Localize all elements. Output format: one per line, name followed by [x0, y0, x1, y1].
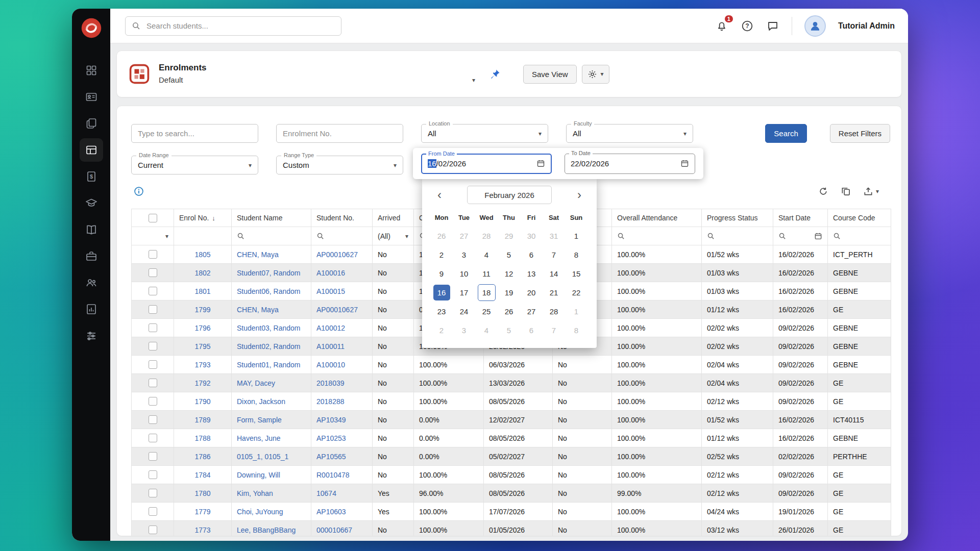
save-view-button[interactable]: Save View — [523, 65, 577, 84]
calendar-day[interactable]: 7 — [543, 245, 565, 264]
enrol_no-link[interactable]: 1799 — [194, 306, 210, 314]
calendar-day[interactable]: 23 — [430, 302, 453, 321]
view-selector[interactable]: Default ▾ — [159, 76, 475, 85]
calendar-day[interactable]: 13 — [520, 264, 543, 283]
search-icon[interactable] — [778, 232, 786, 240]
calendar-day[interactable]: 8 — [565, 245, 587, 264]
filter-cell-course_code[interactable] — [828, 227, 891, 245]
student_name-link[interactable]: Dixon, Jackson — [237, 397, 285, 406]
row-checkbox[interactable] — [149, 250, 157, 259]
search-button[interactable]: Search — [765, 124, 807, 143]
calendar-day[interactable]: 14 — [543, 264, 565, 283]
calendar-day[interactable]: 9 — [430, 264, 453, 283]
app-logo[interactable] — [80, 17, 103, 39]
row-checkbox[interactable] — [149, 507, 157, 516]
sidebar-item-academics[interactable] — [80, 191, 103, 215]
sidebar-item-enrolments[interactable] — [80, 138, 103, 162]
column-header-overall_attendance[interactable]: Overall Attendance — [612, 209, 702, 227]
calendar-day[interactable]: 3 — [453, 321, 475, 340]
calendar-day[interactable]: 25 — [475, 302, 498, 321]
student_name-link[interactable]: Downing, Will — [237, 471, 280, 479]
location-select[interactable]: Location All ▾ — [421, 124, 548, 143]
student_no-link[interactable]: R0010478 — [316, 471, 350, 479]
select-all-checkbox[interactable] — [149, 214, 157, 222]
sidebar-item-documents[interactable] — [80, 112, 103, 135]
enrolment-no-input[interactable] — [276, 124, 403, 143]
column-header-enrol_no[interactable]: Enrol No.↓ — [174, 209, 232, 227]
student_name-link[interactable]: Student03, Random — [237, 324, 301, 332]
calendar-day[interactable]: 6 — [520, 245, 543, 264]
row-checkbox[interactable] — [149, 268, 157, 277]
enrol_no-link[interactable]: 1784 — [194, 471, 210, 479]
search-icon[interactable] — [707, 232, 715, 240]
student_name-link[interactable]: Student01, Random — [237, 361, 301, 369]
search-icon[interactable] — [237, 232, 244, 240]
row-checkbox[interactable] — [149, 305, 157, 314]
calendar-day[interactable]: 15 — [565, 264, 587, 283]
row-checkbox[interactable] — [149, 287, 157, 295]
calendar-next-button[interactable]: › — [570, 186, 589, 204]
column-header-student_no[interactable]: Student No. — [311, 209, 373, 227]
sidebar-item-settings[interactable] — [80, 324, 103, 347]
student_name-link[interactable]: Havens, June — [237, 434, 281, 442]
calendar-day[interactable]: 12 — [498, 264, 520, 283]
enrol_no-link[interactable]: 1789 — [194, 416, 210, 424]
range-type-select[interactable]: Range Type Custom ▾ — [276, 156, 403, 174]
student_no-link[interactable]: A100011 — [316, 342, 345, 350]
calendar-day[interactable]: 2 — [430, 245, 453, 264]
student_name-link[interactable]: Choi, JuYoung — [237, 508, 283, 516]
calendar-day[interactable]: 26 — [498, 302, 520, 321]
search-icon[interactable] — [833, 232, 841, 240]
student_no-link[interactable]: AP00010627 — [316, 306, 358, 314]
filter-cell-overall_attendance[interactable] — [612, 227, 702, 245]
student_name-link[interactable]: Lee, BBangBBang — [237, 526, 296, 534]
student_no-link[interactable]: A100015 — [316, 287, 345, 295]
student_no-link[interactable]: AP10603 — [316, 508, 346, 516]
row-checkbox[interactable] — [149, 452, 157, 461]
calendar-day[interactable]: 21 — [543, 283, 565, 302]
enrol_no-link[interactable]: 1796 — [194, 324, 210, 332]
calendar-prev-button[interactable]: ‹ — [430, 186, 449, 204]
student_name-link[interactable]: Student07, Random — [237, 269, 301, 277]
student_name-link[interactable]: CHEN, Maya — [237, 251, 279, 259]
enrol_no-link[interactable]: 1780 — [194, 489, 210, 497]
calendar-day[interactable]: 27 — [520, 302, 543, 321]
student_name-link[interactable]: MAY, Dacey — [237, 379, 275, 387]
to-date-field[interactable]: To Date 22/02/2026 — [565, 154, 695, 174]
calendar-day[interactable]: 7 — [543, 321, 565, 340]
student_no-link[interactable]: AP10349 — [316, 416, 346, 424]
calendar-day[interactable]: 30 — [520, 227, 543, 245]
calendar-day[interactable]: 19 — [498, 283, 520, 302]
column-header-student_name[interactable]: Student Name — [232, 209, 311, 227]
enrol_no-link[interactable]: 1779 — [194, 508, 210, 516]
date-range-select[interactable]: Date Range Current ▾ — [131, 156, 258, 174]
column-header-check[interactable] — [132, 209, 174, 227]
row-checkbox[interactable] — [149, 525, 157, 534]
calendar-day[interactable]: 22 — [565, 283, 587, 302]
export-button[interactable]: ▾ — [863, 186, 879, 196]
column-header-arrived[interactable]: Arrived — [373, 209, 414, 227]
sidebar-item-community[interactable] — [80, 271, 103, 294]
enrol_no-link[interactable]: 1786 — [194, 453, 210, 461]
enrol_no-link[interactable]: 1793 — [194, 361, 210, 369]
pin-icon[interactable] — [489, 68, 501, 80]
column-header-course_code[interactable]: Course Code — [828, 209, 891, 227]
enrol_no-link[interactable]: 1802 — [194, 269, 210, 277]
row-checkbox[interactable] — [149, 489, 157, 497]
enrol_no-link[interactable]: 1801 — [194, 287, 210, 295]
calendar-day-selected[interactable]: 16 — [430, 283, 453, 302]
calendar-icon[interactable] — [680, 159, 689, 168]
calendar-day[interactable]: 2 — [430, 321, 453, 340]
calendar-day[interactable]: 28 — [475, 227, 498, 245]
student_no-link[interactable]: AP00010627 — [316, 251, 358, 259]
keyword-search-input[interactable] — [131, 124, 258, 143]
reset-filters-button[interactable]: Reset Filters — [830, 124, 890, 143]
calendar-day[interactable]: 29 — [498, 227, 520, 245]
filter-cell-progress_status[interactable] — [702, 227, 773, 245]
info-icon[interactable] — [134, 186, 144, 196]
calendar-day[interactable]: 1 — [565, 302, 587, 321]
calendar-icon[interactable] — [814, 232, 822, 240]
calendar-day[interactable]: 5 — [498, 245, 520, 264]
column-header-progress_status[interactable]: Progress Status — [702, 209, 773, 227]
global-search[interactable] — [125, 16, 341, 36]
